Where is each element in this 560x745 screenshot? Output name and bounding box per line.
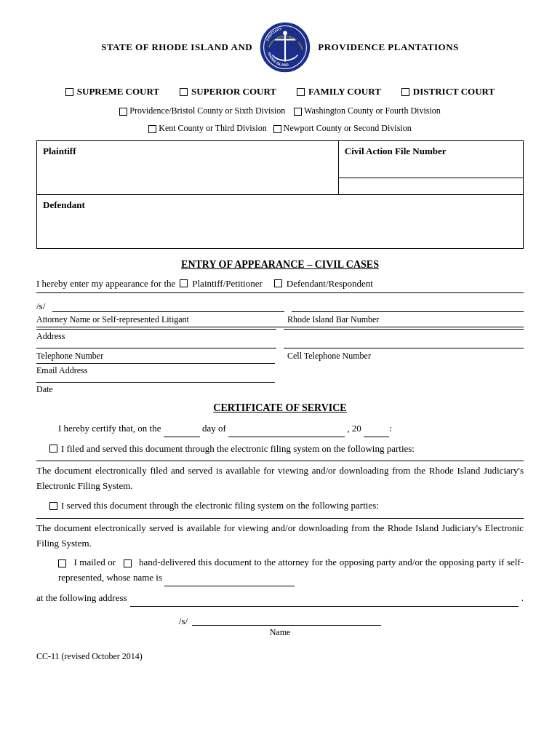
slash-label: /s/: [36, 300, 45, 312]
supreme-court-option[interactable]: SUPREME COURT: [65, 86, 159, 97]
division-1-text: Providence/Bristol County or Sixth Divis…: [129, 105, 285, 116]
cert-mailed-text: I mailed or: [74, 557, 116, 567]
telephone-labels: Telephone Number Cell Telephone Number: [36, 350, 524, 362]
address-row: [36, 329, 524, 330]
superior-court-option[interactable]: SUPERIOR COURT: [180, 86, 276, 97]
defendant-respondent-checkbox[interactable]: [274, 279, 282, 287]
cert-filed-row: I filed and served this document through…: [49, 442, 524, 457]
cert-signature-area: /s/ Name: [36, 615, 524, 638]
civil-action-value-cell[interactable]: [338, 178, 523, 194]
plaintiff-cell: Plaintiff: [37, 140, 339, 194]
district-court-label: DISTRICT COURT: [413, 86, 495, 97]
division-3-text: Kent County or Third Division: [159, 123, 266, 133]
cert-comma: , 20: [347, 423, 361, 434]
attorney-label: Attorney Name or Self-represented Litiga…: [36, 314, 189, 324]
bar-number-line[interactable]: [292, 311, 524, 312]
footer: CC-11 (revised October 2014): [36, 651, 524, 662]
judiciary-seal: JUDICIARY Justice · Independence · Honor…: [260, 22, 311, 73]
family-court-label: FAMILY COURT: [308, 86, 381, 97]
telephone-line[interactable]: [36, 348, 276, 348]
defendant-respondent-label: Defendant/Respondent: [287, 278, 373, 290]
email-separator: [36, 363, 275, 364]
cert-line1: I hereby certify that, on the: [58, 423, 161, 434]
family-court-checkbox[interactable]: [297, 88, 305, 96]
footer-text: CC-11 (revised October 2014): [36, 651, 143, 661]
cert-month-blank[interactable]: [228, 421, 345, 437]
parties-table: Plaintiff Civil Action File Number Defen…: [36, 140, 524, 249]
cert-day-blank[interactable]: [164, 421, 200, 437]
civil-action-header-cell: Civil Action File Number: [338, 140, 523, 178]
email-label: Email Address: [36, 365, 524, 376]
address-label: Address: [36, 331, 524, 342]
date-label: Date: [36, 384, 524, 395]
family-court-option[interactable]: FAMILY COURT: [297, 86, 381, 97]
cert-colon: :: [389, 423, 392, 434]
cert-filed-checkbox[interactable]: [49, 445, 57, 453]
cert-mailed-row: I mailed or hand-delivered this document…: [58, 555, 524, 586]
sig-line[interactable]: [192, 625, 381, 626]
document-header: STATE OF RHODE ISLAND AND JUDICIARY Just…: [36, 22, 524, 73]
entry-title: ENTRY OF APPEARANCE – CIVIL CASES: [36, 259, 524, 271]
cert-name-blank[interactable]: [164, 570, 295, 586]
appearance-separator-line: [36, 292, 524, 293]
court-options-row: SUPREME COURT SUPERIOR COURT FAMILY COUR…: [36, 86, 524, 97]
cert-available-2: The document electronically served is av…: [36, 521, 524, 551]
cell-label: Cell Telephone Number: [287, 351, 371, 361]
header-right-text: PROVIDENCE PLANTATIONS: [318, 41, 459, 53]
telephone-label: Telephone Number: [36, 351, 103, 361]
cert-served-row: I served this document through the elect…: [49, 498, 524, 514]
cert-day-label: day of: [202, 423, 226, 434]
sig-label: /s/: [179, 615, 188, 627]
cert-title: CERTIFICATE OF SERVICE: [36, 402, 524, 414]
supreme-court-checkbox[interactable]: [65, 88, 73, 96]
civil-action-label: Civil Action File Number: [345, 146, 447, 156]
attorney-bar-labels: Attorney Name or Self-represented Litiga…: [36, 314, 524, 325]
address-line-1[interactable]: [36, 329, 276, 330]
appearance-text: I hereby enter my appearance for the: [36, 278, 175, 290]
cert-para-1: I hereby certify that, on the day of , 2…: [58, 421, 524, 437]
cert-address-text: at the following address: [36, 591, 127, 606]
date-separator: [36, 382, 275, 383]
cert-address-blank[interactable]: [130, 591, 519, 607]
cell-line[interactable]: [284, 348, 524, 348]
telephone-row: [36, 348, 524, 348]
supreme-court-label: SUPREME COURT: [77, 86, 159, 97]
superior-court-label: SUPERIOR COURT: [191, 86, 276, 97]
division-1-checkbox[interactable]: [119, 108, 127, 116]
plaintiff-petitioner-checkbox[interactable]: [180, 279, 188, 287]
division-2-checkbox[interactable]: [294, 108, 302, 116]
signature-slash-row: /s/: [36, 300, 524, 312]
division-row-2: Kent County or Third Division Newport Co…: [36, 121, 524, 135]
plaintiff-petitioner-label: Plaintiff/Petitioner: [192, 278, 263, 290]
address-line-2[interactable]: [284, 329, 524, 330]
superior-court-checkbox[interactable]: [180, 88, 188, 96]
division-row-1: Providence/Bristol County or Sixth Divis…: [36, 103, 524, 118]
division-2-text: Washington County or Fourth Division: [304, 105, 441, 116]
header-left-text: STATE OF RHODE ISLAND AND: [101, 41, 252, 53]
defendant-cell: Defendant: [37, 194, 524, 248]
bar-label: Rhode Island Bar Number: [287, 314, 379, 324]
cert-hand-checkbox[interactable]: [124, 559, 132, 567]
cert-available-1: The document electronically filed and se…: [36, 463, 524, 494]
cert-filed-text: I filed and served this document through…: [61, 442, 415, 457]
plaintiff-label: Plaintiff: [43, 146, 332, 157]
address-separator: [36, 327, 524, 327]
name-label: Name: [270, 627, 291, 638]
district-court-checkbox[interactable]: [401, 88, 409, 96]
cert-served-text: I served this document through the elect…: [61, 498, 379, 514]
appearance-row: I hereby enter my appearance for the Pla…: [36, 278, 524, 290]
cert-served-checkbox[interactable]: [49, 502, 57, 510]
cert-year-blank[interactable]: [364, 421, 389, 437]
defendant-label: Defendant: [43, 199, 517, 211]
division-4-checkbox[interactable]: [273, 125, 281, 133]
district-court-option[interactable]: DISTRICT COURT: [401, 86, 495, 97]
division-3-checkbox[interactable]: [148, 125, 156, 133]
division-4-text: Newport County or Second Division: [284, 123, 412, 133]
cert-address-row: at the following address .: [36, 591, 524, 607]
cert-filed-line[interactable]: [36, 461, 524, 461]
cert-served-line[interactable]: [36, 518, 524, 519]
cert-mailed-checkbox[interactable]: [58, 559, 66, 567]
signature-line[interactable]: [52, 311, 284, 312]
cert-period: .: [521, 591, 524, 606]
